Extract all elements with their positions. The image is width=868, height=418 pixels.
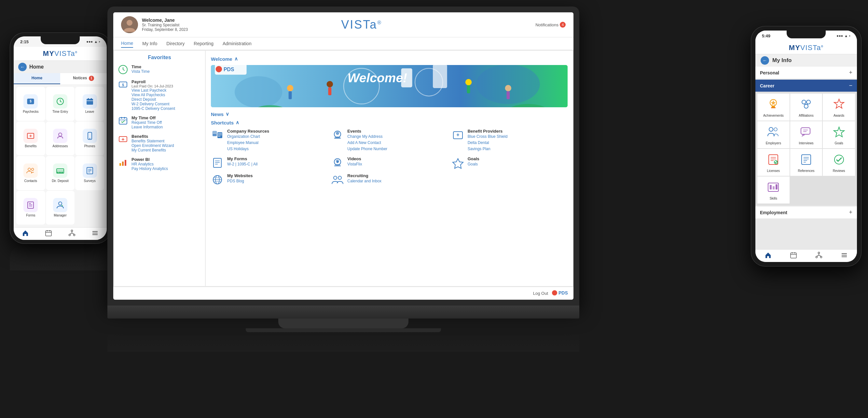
w2-1095c-link[interactable]: W-2 | 1095-C | All: [227, 161, 257, 167]
app-benefits[interactable]: + Benefits: [16, 121, 45, 156]
bottom-nav-home-left[interactable]: [22, 230, 29, 237]
change-address-link[interactable]: Change My Address: [347, 134, 387, 140]
notices-badge: 1: [89, 76, 94, 81]
career-licenses[interactable]: Licenses: [757, 149, 789, 176]
app-contacts[interactable]: Contacts: [16, 156, 45, 190]
app-label-paychecks: Paychecks: [23, 110, 38, 113]
app-forms[interactable]: Forms: [16, 191, 45, 225]
tab-notices-left[interactable]: Notices 1: [60, 73, 107, 84]
shortcut-recruiting: Recruiting Calendar and Inbox: [331, 173, 447, 186]
time-sidebar-content: Time Vista Time: [131, 64, 150, 74]
time-off-sidebar-content: My Time Off Request Time Off Leave Infor…: [131, 115, 163, 129]
svg-point-42: [127, 20, 132, 26]
leave-info-link[interactable]: Leave Information: [131, 125, 163, 129]
app-phones[interactable]: Phones: [75, 121, 104, 156]
back-button-left[interactable]: ←: [18, 63, 27, 71]
hr-analytics-link[interactable]: HR Analytics: [131, 162, 168, 166]
home-nav-icon-right: [765, 252, 772, 259]
bottom-nav-menu-right[interactable]: [841, 252, 848, 259]
career-awards[interactable]: Awards: [823, 94, 855, 120]
my-websites-title: My Websites: [227, 173, 253, 178]
nav-home[interactable]: Home: [121, 39, 133, 48]
videos-title: Videos: [347, 156, 362, 161]
svg-text:$: $: [122, 83, 124, 87]
bottom-nav-org-left[interactable]: [68, 230, 75, 237]
vistaflix-link[interactable]: VistaFlix: [347, 161, 362, 167]
svg-text:+: +: [121, 137, 124, 142]
svg-point-111: [804, 104, 808, 108]
nav-directory[interactable]: Directory: [166, 40, 185, 47]
app-time-entry[interactable]: Time Entry: [46, 87, 75, 121]
bottom-nav-schedule-right[interactable]: [790, 252, 797, 259]
current-benefits-link[interactable]: My Current Benefits: [131, 148, 174, 152]
us-holidays-link[interactable]: US Holidays: [227, 146, 269, 152]
add-contact-link[interactable]: Add A New Contact: [347, 140, 387, 146]
career-goals[interactable]: Goals: [823, 121, 855, 148]
phone-nav-title-left: Home: [29, 64, 43, 70]
employment-section-header[interactable]: Employment +: [755, 206, 857, 218]
open-enrollment-link[interactable]: Open Enrollment Wizard: [131, 143, 174, 148]
request-time-off-link[interactable]: Request Time Off: [131, 120, 163, 125]
svg-line-113: [806, 104, 808, 104]
svg-rect-83: [218, 135, 222, 135]
nav-administration[interactable]: Administration: [223, 40, 252, 47]
personal-section-header[interactable]: Personal +: [755, 67, 857, 79]
pds-blog-link[interactable]: PDS Blog: [227, 178, 253, 184]
svg-rect-30: [47, 230, 48, 232]
svg-point-27: [59, 202, 62, 205]
tab-home-left[interactable]: Home: [14, 73, 60, 84]
calendar-inbox-link[interactable]: Calendar and Inbox: [347, 178, 381, 184]
direct-deposit-link[interactable]: Direct Deposit: [131, 97, 175, 102]
career-skills[interactable]: Skills: [757, 176, 789, 204]
awards-label: Awards: [834, 114, 844, 117]
goals-link[interactable]: Goals: [468, 161, 479, 167]
app-dir-deposit[interactable]: ■■■■ Dir. Deposit: [46, 156, 75, 190]
career-reviews[interactable]: Reviews: [823, 149, 855, 176]
career-employers[interactable]: Employers: [757, 121, 789, 148]
org-chart-link[interactable]: Organization Chart: [227, 134, 269, 140]
1095c-delivery-link[interactable]: 1095-C Delivery Consent: [131, 106, 175, 111]
career-section-header[interactable]: Career −: [755, 80, 857, 92]
addresses-icon: [53, 129, 67, 143]
career-interviews[interactable]: Interviews: [790, 121, 823, 148]
vista-time-link[interactable]: Vista Time: [131, 69, 150, 74]
app-addresses[interactable]: Addresses: [46, 121, 75, 156]
career-affiliations[interactable]: Affiliations: [790, 94, 823, 120]
svg-line-36: [70, 233, 72, 234]
svg-rect-89: [214, 158, 221, 167]
app-manager[interactable]: Manager: [46, 191, 75, 225]
notifications[interactable]: Notifications 4: [535, 22, 566, 28]
bcbs-link[interactable]: Blue Cross Blue Shield: [468, 134, 508, 140]
back-button-right[interactable]: ←: [761, 56, 769, 65]
vista-content: Favorites Time Vista Time: [113, 50, 574, 287]
nav-my-info[interactable]: My Info: [142, 40, 157, 47]
benefits-statement-link[interactable]: Benefits Statement: [131, 139, 174, 143]
update-phone-link[interactable]: Update Phone Number: [347, 146, 387, 152]
view-all-paychecks-link[interactable]: View All Paychecks: [131, 93, 175, 97]
sidebar-item-payroll: $ Payroll Last Paid On: 14-Jul-2023 View…: [118, 79, 201, 111]
view-last-paycheck-link[interactable]: View Last Paycheck: [131, 88, 175, 93]
app-surveys[interactable]: Surveys: [75, 156, 104, 190]
employee-manual-link[interactable]: Employee Manual: [227, 140, 269, 146]
user-date: Friday, September 8, 2023: [142, 27, 188, 32]
delta-dental-link[interactable]: Delta Dental: [468, 140, 508, 146]
career-references[interactable]: References: [790, 149, 823, 176]
svg-rect-69: [467, 85, 470, 93]
bottom-nav-schedule-left[interactable]: [45, 230, 52, 237]
bottom-nav-org-right[interactable]: [815, 252, 823, 259]
savings-plan-link[interactable]: Savings Plan: [468, 146, 508, 152]
app-leave[interactable]: Leave: [75, 87, 104, 121]
pay-history-analytics-link[interactable]: Pay History Analytics: [131, 166, 168, 171]
app-paychecks[interactable]: $ Paychecks: [16, 87, 45, 121]
svg-rect-7: [91, 98, 92, 100]
bottom-nav-home-right[interactable]: [765, 252, 772, 259]
sidebar-item-power-bi: Power BI HR Analytics Pay History Analyt…: [118, 157, 201, 171]
log-out-label[interactable]: Log Out: [533, 291, 548, 296]
nav-reporting[interactable]: Reporting: [194, 40, 214, 47]
bottom-nav-menu-left[interactable]: [91, 230, 99, 237]
goals-links: Goals: [468, 161, 479, 167]
manager-svg: [56, 201, 65, 210]
career-achievements[interactable]: Achievements: [757, 94, 789, 120]
laptop-stand: [278, 318, 408, 328]
w2-delivery-link[interactable]: W-2 Delivery Consent: [131, 102, 175, 106]
